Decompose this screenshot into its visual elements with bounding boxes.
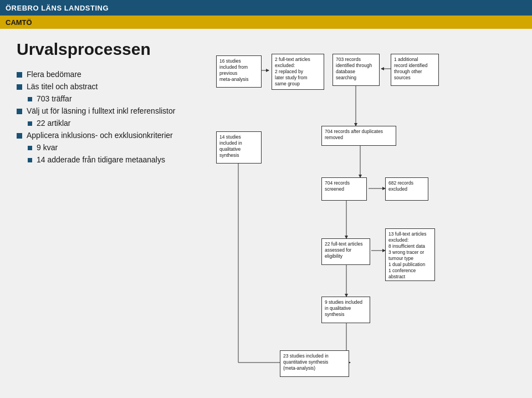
header-title: ÖREBRO LÄNS LANDSTING	[6, 4, 109, 12]
flowbox-704-screened: 704 recordsscreened	[321, 177, 367, 201]
flowbox-682-excluded: 682 recordsexcluded	[385, 177, 428, 201]
flowbox-704-after-dup: 704 records after duplicatesremoved	[321, 126, 396, 146]
header: ÖREBRO LÄNS LANDSTING	[0, 0, 532, 16]
list-item-sub: 14 adderade från tidigare metaanalys	[28, 155, 205, 164]
flowbox-16-studies: 16 studiesincluded frompreviousmeta-anal…	[216, 55, 262, 88]
flowbox-9-studies: 9 studies includedin qualitativesynthesi…	[321, 297, 370, 323]
flowbox-13-excluded: 13 full-text articlesexcluded:8 insuffic…	[385, 228, 435, 281]
flow-arrows	[216, 40, 515, 387]
left-panel: Urvalsprocessen Flera bedömare Läs titel…	[17, 40, 216, 387]
flowchart: 16 studiesincluded frompreviousmeta-anal…	[216, 40, 515, 387]
bullet-icon	[17, 133, 22, 139]
flowbox-22-fulltext: 22 full-text articlesassessed foreligibi…	[321, 238, 370, 265]
list-item: Välj ut för läsning i fulltext inkl refe…	[17, 106, 205, 115]
bullet-icon	[17, 109, 22, 114]
bullet-icon	[28, 146, 32, 150]
bullet-list: Flera bedömare Läs titel och abstract 70…	[17, 70, 205, 164]
list-item: Flera bedömare	[17, 70, 205, 79]
bullet-icon	[17, 84, 22, 90]
bullet-icon	[28, 121, 32, 126]
list-item-sub: 9 kvar	[28, 143, 205, 152]
flowbox-23-studies: 23 studies included inquantitative synth…	[280, 350, 349, 377]
bullet-icon	[28, 97, 32, 101]
flowbox-703-records: 703 recordsidentified throughdatabasesea…	[332, 54, 380, 86]
subheader-subtitle: CAMTÖ	[6, 18, 32, 27]
flowbox-1-additional: 1 additionalrecord identifiedthrough oth…	[391, 54, 439, 86]
list-item: Applicera inklusions- och exklusionkrite…	[17, 131, 205, 140]
flowbox-14-studies: 14 studiesincluded inqualitativesynthesi…	[216, 131, 262, 164]
bullet-icon	[17, 72, 22, 78]
list-item-sub: 22 artiklar	[28, 119, 205, 127]
list-item: Läs titel och abstract	[17, 82, 205, 91]
flowbox-2-excluded: 2 full-text articlesexcluded:2 replaced …	[272, 54, 324, 90]
page-title: Urvalsprocessen	[17, 40, 205, 59]
subheader: CAMTÖ	[0, 16, 532, 29]
list-item-sub: 703 träffar	[28, 94, 205, 103]
main-content: Urvalsprocessen Flera bedömare Läs titel…	[0, 29, 532, 398]
bullet-icon	[28, 158, 32, 162]
